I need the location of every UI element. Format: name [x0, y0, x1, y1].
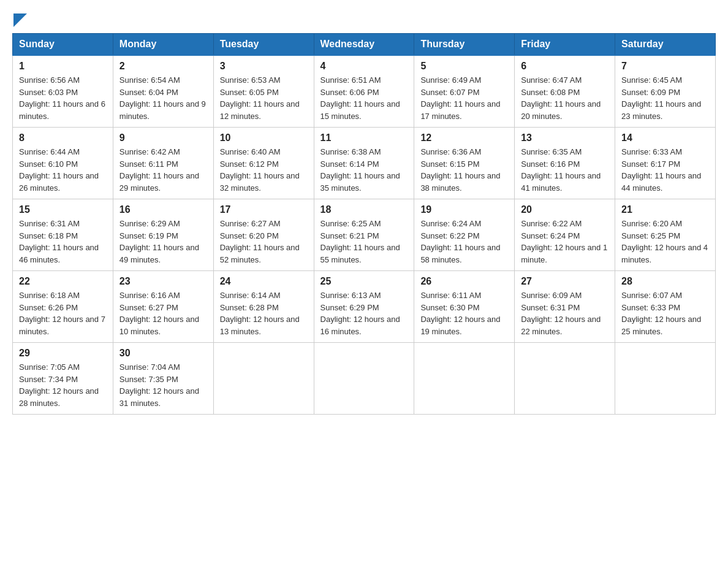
day-cell: 3Sunrise: 6:53 AMSunset: 6:05 PMDaylight…: [213, 55, 314, 128]
day-number: 25: [320, 276, 408, 287]
day-number: 22: [19, 276, 107, 287]
day-info: Sunrise: 6:42 AMSunset: 6:11 PMDaylight:…: [119, 146, 207, 194]
day-number: 26: [420, 276, 508, 287]
day-info: Sunrise: 6:33 AMSunset: 6:17 PMDaylight:…: [621, 146, 709, 194]
day-number: 13: [521, 132, 609, 144]
header-row: SundayMondayTuesdayWednesdayThursdayFrid…: [13, 34, 716, 56]
day-cell: 26Sunrise: 6:11 AMSunset: 6:30 PMDayligh…: [414, 271, 515, 343]
day-number: 23: [119, 276, 207, 287]
day-number: 27: [521, 276, 609, 287]
day-cell: 18Sunrise: 6:25 AMSunset: 6:21 PMDayligh…: [314, 199, 414, 271]
day-number: 8: [19, 132, 107, 144]
calendar-table: SundayMondayTuesdayWednesdayThursdayFrid…: [12, 33, 716, 415]
day-number: 7: [621, 61, 709, 72]
day-info: Sunrise: 7:04 AMSunset: 7:35 PMDaylight:…: [119, 361, 207, 409]
day-cell: 9Sunrise: 6:42 AMSunset: 6:11 PMDaylight…: [113, 128, 213, 199]
header-saturday: Saturday: [615, 34, 716, 56]
day-info: Sunrise: 6:54 AMSunset: 6:04 PMDaylight:…: [119, 74, 207, 122]
day-info: Sunrise: 6:18 AMSunset: 6:26 PMDaylight:…: [19, 289, 107, 337]
day-cell: [515, 343, 615, 415]
header-tuesday: Tuesday: [213, 34, 314, 56]
day-cell: 1Sunrise: 6:56 AMSunset: 6:03 PMDaylight…: [13, 55, 113, 128]
day-cell: 19Sunrise: 6:24 AMSunset: 6:22 PMDayligh…: [414, 199, 515, 271]
day-number: 30: [119, 348, 207, 359]
day-number: 11: [320, 132, 408, 144]
day-cell: 10Sunrise: 6:40 AMSunset: 6:12 PMDayligh…: [213, 128, 314, 199]
day-cell: 27Sunrise: 6:09 AMSunset: 6:31 PMDayligh…: [515, 271, 615, 343]
day-cell: 4Sunrise: 6:51 AMSunset: 6:06 PMDaylight…: [314, 55, 414, 128]
day-cell: 7Sunrise: 6:45 AMSunset: 6:09 PMDaylight…: [615, 55, 716, 128]
day-cell: 25Sunrise: 6:13 AMSunset: 6:29 PMDayligh…: [314, 271, 414, 343]
day-info: Sunrise: 6:45 AMSunset: 6:09 PMDaylight:…: [621, 74, 709, 122]
day-number: 1: [19, 61, 107, 72]
day-number: 14: [621, 132, 709, 144]
day-cell: 15Sunrise: 6:31 AMSunset: 6:18 PMDayligh…: [13, 199, 113, 271]
day-number: 29: [19, 348, 107, 359]
day-info: Sunrise: 6:51 AMSunset: 6:06 PMDaylight:…: [320, 74, 408, 122]
week-row-2: 8Sunrise: 6:44 AMSunset: 6:10 PMDaylight…: [13, 128, 716, 199]
day-info: Sunrise: 6:11 AMSunset: 6:30 PMDaylight:…: [420, 289, 508, 337]
day-number: 6: [521, 61, 609, 72]
day-info: Sunrise: 6:22 AMSunset: 6:24 PMDaylight:…: [521, 218, 609, 266]
day-number: 16: [119, 204, 207, 215]
day-info: Sunrise: 6:31 AMSunset: 6:18 PMDaylight:…: [19, 218, 107, 266]
day-cell: 5Sunrise: 6:49 AMSunset: 6:07 PMDaylight…: [414, 55, 515, 128]
day-number: 9: [119, 132, 207, 144]
day-info: Sunrise: 6:44 AMSunset: 6:10 PMDaylight:…: [19, 146, 107, 194]
week-row-4: 22Sunrise: 6:18 AMSunset: 6:26 PMDayligh…: [13, 271, 716, 343]
day-number: 19: [420, 204, 508, 215]
day-info: Sunrise: 7:05 AMSunset: 7:34 PMDaylight:…: [19, 361, 107, 409]
day-info: Sunrise: 6:47 AMSunset: 6:08 PMDaylight:…: [521, 74, 609, 122]
day-cell: 8Sunrise: 6:44 AMSunset: 6:10 PMDaylight…: [13, 128, 113, 199]
day-number: 28: [621, 276, 709, 287]
day-cell: [213, 343, 314, 415]
day-number: 24: [220, 276, 308, 287]
day-cell: 21Sunrise: 6:20 AMSunset: 6:25 PMDayligh…: [615, 199, 716, 271]
day-cell: [615, 343, 716, 415]
logo: [12, 12, 27, 27]
day-number: 5: [420, 61, 508, 72]
day-number: 15: [19, 204, 107, 215]
day-cell: 13Sunrise: 6:35 AMSunset: 6:16 PMDayligh…: [515, 128, 615, 199]
day-info: Sunrise: 6:25 AMSunset: 6:21 PMDaylight:…: [320, 218, 408, 266]
day-number: 3: [220, 61, 308, 72]
day-number: 17: [220, 204, 308, 215]
header-monday: Monday: [113, 34, 213, 56]
day-info: Sunrise: 6:38 AMSunset: 6:14 PMDaylight:…: [320, 146, 408, 194]
day-info: Sunrise: 6:27 AMSunset: 6:20 PMDaylight:…: [220, 218, 308, 266]
day-info: Sunrise: 6:40 AMSunset: 6:12 PMDaylight:…: [220, 146, 308, 194]
logo-arrow-icon: [13, 13, 27, 27]
day-info: Sunrise: 6:20 AMSunset: 6:25 PMDaylight:…: [621, 218, 709, 266]
day-cell: 6Sunrise: 6:47 AMSunset: 6:08 PMDaylight…: [515, 55, 615, 128]
header-friday: Friday: [515, 34, 615, 56]
day-info: Sunrise: 6:56 AMSunset: 6:03 PMDaylight:…: [19, 74, 107, 122]
day-number: 20: [521, 204, 609, 215]
day-cell: 2Sunrise: 6:54 AMSunset: 6:04 PMDaylight…: [113, 55, 213, 128]
page-header: [12, 12, 716, 27]
day-number: 2: [119, 61, 207, 72]
day-cell: 17Sunrise: 6:27 AMSunset: 6:20 PMDayligh…: [213, 199, 314, 271]
day-cell: 16Sunrise: 6:29 AMSunset: 6:19 PMDayligh…: [113, 199, 213, 271]
day-cell: 29Sunrise: 7:05 AMSunset: 7:34 PMDayligh…: [13, 343, 113, 415]
day-cell: 23Sunrise: 6:16 AMSunset: 6:27 PMDayligh…: [113, 271, 213, 343]
day-cell: 14Sunrise: 6:33 AMSunset: 6:17 PMDayligh…: [615, 128, 716, 199]
day-number: 18: [320, 204, 408, 215]
day-cell: [314, 343, 414, 415]
day-info: Sunrise: 6:53 AMSunset: 6:05 PMDaylight:…: [220, 74, 308, 122]
day-info: Sunrise: 6:29 AMSunset: 6:19 PMDaylight:…: [119, 218, 207, 266]
day-number: 12: [420, 132, 508, 144]
day-info: Sunrise: 6:14 AMSunset: 6:28 PMDaylight:…: [220, 289, 308, 337]
day-info: Sunrise: 6:24 AMSunset: 6:22 PMDaylight:…: [420, 218, 508, 266]
day-info: Sunrise: 6:07 AMSunset: 6:33 PMDaylight:…: [621, 289, 709, 337]
day-cell: 30Sunrise: 7:04 AMSunset: 7:35 PMDayligh…: [113, 343, 213, 415]
week-row-3: 15Sunrise: 6:31 AMSunset: 6:18 PMDayligh…: [13, 199, 716, 271]
day-number: 4: [320, 61, 408, 72]
day-info: Sunrise: 6:09 AMSunset: 6:31 PMDaylight:…: [521, 289, 609, 337]
day-info: Sunrise: 6:49 AMSunset: 6:07 PMDaylight:…: [420, 74, 508, 122]
svg-marker-0: [13, 13, 27, 27]
day-number: 21: [621, 204, 709, 215]
day-cell: 28Sunrise: 6:07 AMSunset: 6:33 PMDayligh…: [615, 271, 716, 343]
day-number: 10: [220, 132, 308, 144]
day-cell: 22Sunrise: 6:18 AMSunset: 6:26 PMDayligh…: [13, 271, 113, 343]
week-row-5: 29Sunrise: 7:05 AMSunset: 7:34 PMDayligh…: [13, 343, 716, 415]
